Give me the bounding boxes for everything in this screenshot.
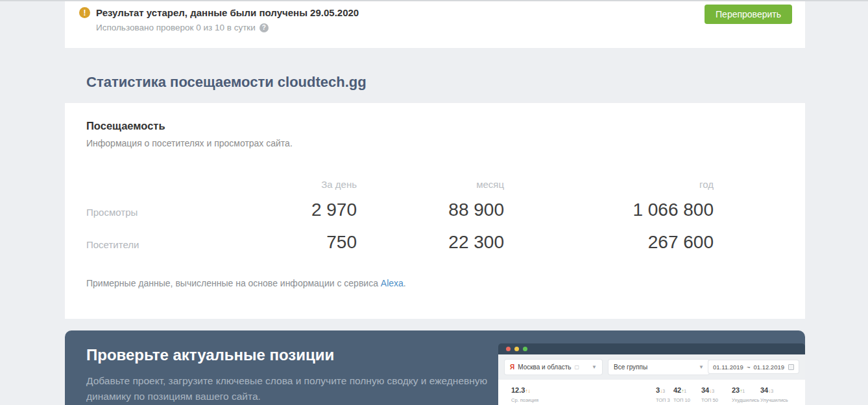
page-title: Статистика посещаемости cloudtech.gg (86, 74, 670, 91)
region-dropdown: Я Москва и область ▢ ▼ (505, 360, 602, 375)
date-from: 01.11.2019 (713, 364, 743, 371)
stat-worsened: 23↑1 Ухудшились (732, 384, 759, 403)
date-to: 01.12.2019 (753, 364, 784, 371)
mini-window-body: Я Москва и область ▢ ▼ Все группы ▼ 01.1… (498, 354, 805, 405)
views-month: 88 900 (357, 200, 504, 220)
footnote-text: Примерные данные, вычисленные на основе … (86, 278, 378, 288)
window-minimize-dot (514, 347, 519, 351)
trend-icon: ↑↓ (525, 388, 530, 394)
stat-top10: 42↑1 ТОП 10 (673, 384, 690, 403)
views-day: 2 970 (292, 200, 357, 220)
alert-title: Результат устарел, данные были получены … (96, 7, 359, 18)
visitors-day: 750 (292, 232, 357, 253)
calendar-icon (788, 364, 794, 370)
date-range-picker: 01.11.2019 ~ 01.12.2019 (708, 360, 799, 373)
row-label-visitors: Посетители (86, 239, 292, 250)
warning-icon: ! (79, 7, 90, 18)
mini-app-screenshot: Я Москва и область ▢ ▼ Все группы ▼ 01.1… (498, 343, 805, 405)
views-year: 1 066 800 (504, 200, 714, 220)
stat-improved: 34↓3 Улучшились (760, 384, 788, 403)
help-icon[interactable]: ? (259, 23, 269, 32)
stat-top50: 34↓3 ТОП 50 (701, 384, 718, 403)
promo-banner: Проверьте актуальные позиции Добавьте пр… (65, 330, 805, 405)
row-label-views: Просмотры (86, 207, 292, 218)
alert-card: ! Результат устарел, данные были получен… (65, 1, 805, 48)
groups-dropdown-value: Все группы (614, 364, 647, 371)
region-dropdown-value: Москва и область (518, 364, 571, 371)
positions-stats-panel: 12.3↑↓ Ср. позиция 3↓3 ТОП 3 42↑1 ТОП 10… (498, 380, 805, 405)
column-header-month: месяц (357, 179, 504, 200)
stat-top3: 3↓3 ТОП 3 (656, 384, 670, 403)
mini-window-titlebar (498, 343, 805, 354)
visitors-year: 267 600 (504, 232, 714, 253)
traffic-card: Посещаемость Информация о посетителях и … (65, 103, 805, 319)
window-zoom-dot (523, 347, 527, 351)
region-flag-icon: ▢ (575, 364, 580, 370)
yandex-icon: Я (510, 364, 514, 371)
traffic-card-subtitle: Информация о посетителях и просмотрах са… (86, 138, 805, 148)
chevron-down-icon: ▼ (699, 364, 704, 370)
chevron-down-icon: ▼ (592, 364, 597, 370)
checks-used-text: Использовано проверок 0 из 10 в сутки (96, 23, 256, 32)
promo-description: Добавьте проект, загрузите ключевые слов… (86, 373, 501, 404)
footnote: Примерные данные, вычисленные на основе … (86, 278, 805, 288)
traffic-card-title: Посещаемость (86, 120, 805, 132)
alexa-link[interactable]: Alexa (381, 278, 404, 288)
date-separator: ~ (747, 364, 751, 371)
visitors-month: 22 300 (357, 232, 504, 253)
column-header-day: За день (292, 179, 357, 200)
groups-dropdown: Все группы ▼ (609, 360, 709, 375)
stat-avg-position: 12.3↑↓ Ср. позиция (511, 384, 538, 403)
window-close-dot (506, 347, 511, 351)
column-header-year: год (504, 179, 714, 200)
traffic-table: За день месяц год Просмотры 2 970 88 900… (86, 178, 714, 253)
recheck-button[interactable]: Перепроверить (705, 5, 792, 24)
